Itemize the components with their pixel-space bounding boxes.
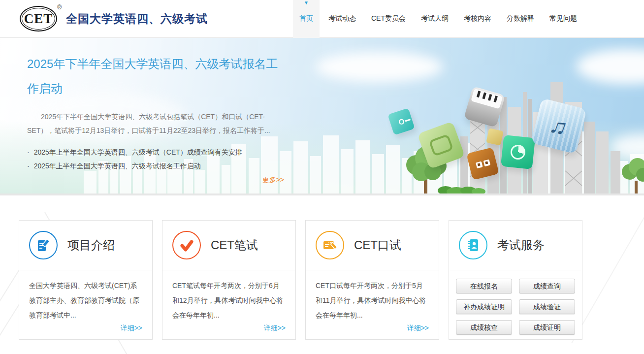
score-verification-button[interactable]: 成绩验证	[519, 299, 575, 314]
cet-logo-oval: CET ®	[20, 6, 57, 32]
hero-banner: ♫ 2025年下半年全国大学英语四、六级考试报名工作启动 2025年下半年全国大…	[0, 38, 644, 195]
bullet-icon: ·	[27, 145, 30, 159]
speaking-test-icon	[316, 231, 344, 259]
main-nav: ▼ 首页 考试动态 CET委员会 考试大纲 考核内容 分数解释 常见问题	[290, 0, 583, 38]
nav-item-exam-news[interactable]: 考试动态	[322, 0, 362, 38]
nav-item-assessment-content[interactable]: 考核内容	[457, 0, 498, 38]
card-title: 考试服务	[497, 237, 545, 253]
card-cet-written-test: CET笔试 CET笔试每年开考两次，分别于6月和12月举行，具体考试时间我中心将…	[162, 220, 296, 340]
card-project-intro: 项目介绍 全国大学英语四、六级考试(CET)系教育部主办、教育部教育考试院（原教…	[19, 220, 153, 340]
site-title: 全国大学英语四、六级考试	[66, 11, 208, 27]
card-body: 全国大学英语四、六级考试(CET)系教育部主办、教育部教育考试院（原教育部考试中…	[19, 270, 152, 322]
cube-yellow-icon	[486, 128, 504, 146]
nav-label: 考核内容	[464, 14, 491, 23]
nav-label: 首页	[299, 14, 313, 23]
card-exam-services: 考试服务 在线报名 成绩查询 补办成绩证明 成绩验证 成绩核查 成绩证明	[449, 220, 582, 340]
news-item[interactable]: · 2025年上半年全国大学英语四、六级考试（CET）成绩查询有关安排	[27, 145, 284, 159]
music-note-icon: ♫	[547, 111, 572, 142]
score-recheck-button[interactable]: 成绩核查	[456, 320, 512, 335]
hero-news-panel: 2025年下半年全国大学英语四、六级考试报名工作启动 2025年下半年全国大学英…	[27, 52, 284, 185]
hero-summary: 2025年下半年全国大学英语四、六级考试包括笔试（CET）和口试（CET-SET…	[27, 110, 284, 137]
address-book-icon	[459, 231, 487, 259]
card-title: 项目介绍	[67, 237, 115, 253]
site-header: CET ® 全国大学英语四、六级考试 ▼ 首页 考试动态 CET委员会 考试大纲…	[0, 0, 644, 38]
card-head: 项目介绍	[19, 221, 152, 270]
card-cet-oral-test: CET口试 CET口试每年开考两次，分别于5月和11月举行，具体考试时间我中心将…	[305, 220, 439, 340]
news-list: · 2025年上半年全国大学英语四、六级考试（CET）成绩查询有关安排 · 20…	[27, 145, 284, 173]
cube-pie-chart-icon	[501, 135, 535, 169]
card-head: CET口试	[306, 221, 439, 270]
checkmark-icon	[172, 231, 201, 259]
news-item[interactable]: · 2025年上半年全国大学英语四、六级考试报名工作启动	[27, 159, 284, 173]
bullet-icon: ·	[27, 159, 30, 173]
nav-item-home[interactable]: ▼ 首页	[293, 0, 320, 38]
nav-item-score-interpretation[interactable]: 分数解释	[500, 0, 541, 38]
score-certificate-button[interactable]: 成绩证明	[519, 320, 575, 335]
detail-link[interactable]: 详细>>	[121, 324, 142, 333]
detail-link[interactable]: 详细>>	[264, 324, 286, 333]
card-body: CET笔试每年开考两次，分别于6月和12月举行，具体考试时间我中心将会在每年年初…	[162, 270, 295, 322]
online-registration-button[interactable]: 在线报名	[456, 279, 512, 293]
nav-label: 分数解释	[507, 14, 534, 23]
score-query-button[interactable]: 成绩查询	[519, 279, 575, 293]
card-body: CET口试每年开考两次，分别于5月和11月举行，具体考试时间我中心将会在每年年初…	[306, 270, 439, 322]
registered-mark-icon: ®	[57, 4, 62, 11]
card-head: 考试服务	[449, 221, 582, 270]
feature-cards-section: 项目介绍 全国大学英语四、六级考试(CET)系教育部主办、教育部教育考试院（原教…	[0, 195, 644, 354]
service-buttons: 在线报名 成绩查询 补办成绩证明 成绩验证 成绩核查 成绩证明	[449, 270, 582, 335]
nav-item-exam-syllabus[interactable]: 考试大纲	[415, 0, 455, 38]
card-title: CET口试	[354, 237, 401, 253]
site-logo[interactable]: CET ® 全国大学英语四、六级考试	[20, 6, 208, 32]
card-head: CET笔试	[162, 221, 295, 270]
hero-headline-link[interactable]: 2025年下半年全国大学英语四、六级考试报名工作启动	[27, 52, 284, 101]
nav-label: 常见问题	[549, 14, 577, 23]
news-item-text: 2025年上半年全国大学英语四、六级考试（CET）成绩查询有关安排	[34, 145, 242, 159]
card-title: CET笔试	[211, 237, 258, 253]
more-link[interactable]: 更多>>	[27, 176, 284, 185]
nav-label: 考试动态	[328, 14, 356, 23]
nav-item-cet-committee[interactable]: CET委员会	[365, 0, 412, 38]
cet-logo-text: CET	[24, 11, 53, 27]
nav-label: CET委员会	[371, 14, 406, 23]
nav-label: 考试大纲	[421, 14, 449, 23]
nav-item-faq[interactable]: 常见问题	[543, 0, 583, 38]
detail-link[interactable]: 详细>>	[407, 324, 429, 333]
news-item-text: 2025年上半年全国大学英语四、六级考试报名工作启动	[34, 159, 201, 173]
reissue-score-certificate-button[interactable]: 补办成绩证明	[456, 299, 512, 314]
active-tab-marker-icon: ▼	[304, 0, 309, 5]
document-pen-icon	[29, 231, 58, 259]
